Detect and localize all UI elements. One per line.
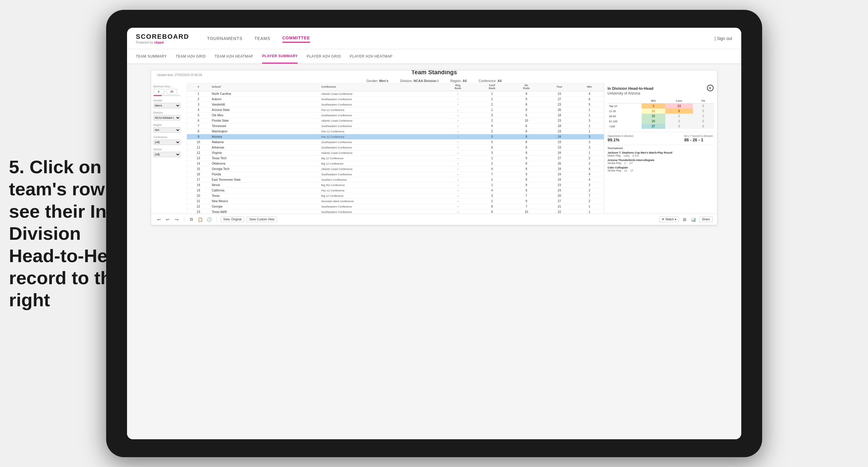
nav-teams[interactable]: TEAMS <box>254 35 270 42</box>
opponents-label: Opponents in division: <box>608 134 634 137</box>
h2h-cell-label: >100 <box>608 124 642 129</box>
h2h-col-tie: Tie <box>693 98 714 103</box>
table-row[interactable]: 2 Auburn Southeastern Conference - 1 9 2… <box>187 97 604 102</box>
table-row[interactable]: 10 Alabama Southeastern Conference - 5 8… <box>187 139 604 145</box>
view-original-button[interactable]: View: Original <box>221 217 245 222</box>
redo-button[interactable]: ↪ <box>174 216 180 223</box>
cell-school: Arizona <box>210 134 319 139</box>
table-row[interactable]: 1 North Carolina Atlantic Coast Conferen… <box>187 91 604 97</box>
cell-win: 4 <box>575 166 604 172</box>
sub-nav-team-h2h-heatmap[interactable]: TEAM H2H HEATMAP <box>215 49 253 64</box>
sub-nav-player-summary[interactable]: PLAYER SUMMARY <box>262 49 298 64</box>
left-sidebar-filters: Minimum Rou... - Gender Men's <box>151 83 187 214</box>
cell-conf-rank: 4 <box>475 166 509 172</box>
table-row[interactable]: 21 New Mexico Mountain West Conference -… <box>187 198 604 204</box>
table-row[interactable]: 11 Arkansas Southeastern Conference - 6 … <box>187 145 604 150</box>
undo2-button[interactable]: ↩ <box>164 216 171 223</box>
table-row[interactable]: 4 Arizona State Pac-12 Conference - 1 9 … <box>187 107 604 113</box>
h2h-cell-tie: 0 <box>693 108 714 114</box>
col-reg-rank: RegRank <box>441 83 475 91</box>
cell-reg-rank: - <box>441 113 475 118</box>
cell-conf-rank: 3 <box>475 150 509 156</box>
save-custom-button[interactable]: Save Custom View <box>247 217 277 222</box>
table-row[interactable]: 14 Oklahoma Big 12 Conference - 2 8 26 2 <box>187 161 604 166</box>
col-rank: # <box>187 83 210 91</box>
cell-conf-rank: 1 <box>475 107 509 113</box>
table-row[interactable]: 9 Arizona Pac-12 Conference - 3 8 24 3 <box>187 134 604 139</box>
logo-container: SCOREBOARD Powered by clippd <box>136 33 189 44</box>
nav-tournaments[interactable]: TOURNAMENTS <box>207 35 242 42</box>
cell-no-rnds: 9 <box>509 107 544 113</box>
tournament-item: Jackson T. Stephens Cup Men's Match-Play… <box>608 151 714 157</box>
table-row[interactable]: 15 Georgia Tech Atlantic Coast Conferenc… <box>187 166 604 172</box>
logo-subtitle: Powered by clippd <box>136 40 189 44</box>
opponents-value: 99.1% <box>608 137 634 142</box>
cell-conf-rank: 2 <box>475 161 509 166</box>
table-row[interactable]: 23 Texas A&M Southeastern Conference - 9… <box>187 209 604 214</box>
h2h-cell-tie: 0 <box>693 124 714 129</box>
min-rounds-input[interactable] <box>154 89 164 94</box>
app-header: SCOREBOARD Powered by clippd TOURNAMENTS… <box>127 28 741 49</box>
cell-tour: 27 <box>544 156 575 161</box>
chart-icon[interactable]: 📊 <box>690 216 697 223</box>
table-row[interactable]: 8 Washington Pac-12 Conference - 2 8 23 … <box>187 129 604 134</box>
sub-nav-player-h2h-grid[interactable]: PLAYER H2H GRID <box>307 49 341 64</box>
wlt-label: W-L-T record in-division: <box>684 134 714 137</box>
share-button[interactable]: Share <box>699 217 713 222</box>
table-row[interactable]: 6 Florida State Atlantic Coast Conferenc… <box>187 118 604 123</box>
division-select[interactable]: NCAA Division I <box>154 115 180 121</box>
division-filter-group: Division NCAA Division I <box>154 111 184 121</box>
cell-reg-rank: - <box>441 172 475 177</box>
cell-conf-rank: 2 <box>475 118 509 123</box>
undo-button[interactable]: ↩ <box>156 216 162 223</box>
col-tour: Tour <box>544 83 575 91</box>
cell-tour: 18 <box>544 123 575 129</box>
table-row[interactable]: 3 Vanderbilt Southeastern Conference - 2… <box>187 102 604 107</box>
region-select[interactable]: N/A <box>154 127 180 133</box>
cell-reg-rank: - <box>441 188 475 193</box>
conference-select[interactable]: (All) <box>154 139 180 145</box>
copy-button[interactable]: ⧉ <box>188 216 195 223</box>
table-row[interactable]: 17 East Tennessee State Southern Confere… <box>187 177 604 183</box>
cell-rank: 14 <box>187 161 210 166</box>
cell-school: Texas <box>210 193 319 198</box>
update-time: Update time: 27/03/2024 15:56:26 <box>157 73 202 76</box>
conference-filter: Conference: All <box>478 79 501 83</box>
clock-button[interactable]: 🕐 <box>206 216 213 223</box>
sub-nav-team-summary[interactable]: TEAM SUMMARY <box>136 49 167 64</box>
cell-conf-rank: 6 <box>475 145 509 150</box>
table-row[interactable]: 12 Virginia Atlantic Coast Conference - … <box>187 150 604 156</box>
paste-button[interactable]: 📋 <box>197 216 204 223</box>
sub-nav-player-h2h-heatmap[interactable]: PLAYER H2H HEATMAP <box>350 49 393 64</box>
cell-conference: Southeastern Conference <box>319 204 441 209</box>
watch-button[interactable]: 👁 Watch ▾ <box>659 217 679 222</box>
min-rounds-max-input[interactable] <box>167 89 177 94</box>
cell-win: 1 <box>575 113 604 118</box>
table-row[interactable]: 13 Texas Tech Big 12 Conference - 1 9 27… <box>187 156 604 161</box>
sub-nav-team-h2h-grid[interactable]: TEAM H2H GRID <box>176 49 206 64</box>
table-row[interactable]: 22 Georgia Southeastern Conference - 8 7… <box>187 204 604 209</box>
cell-tour: 24 <box>544 134 575 139</box>
table-row[interactable]: 20 Texas Big 12 Conference - 3 7 20 7 <box>187 193 604 198</box>
gender-select[interactable]: Men's <box>154 103 180 108</box>
table-row[interactable]: 19 California Pac-12 Conference - 4 8 24… <box>187 188 604 193</box>
gender-filter-group: Gender Men's <box>154 99 184 108</box>
sign-out-button[interactable]: | Sign out <box>715 36 732 41</box>
cell-rank: 22 <box>187 204 210 209</box>
cell-school: Georgia <box>210 204 319 209</box>
table-row[interactable]: 16 Florida Southeastern Conference - 7 9… <box>187 172 604 177</box>
school-select[interactable]: (All) <box>154 152 180 157</box>
h2h-close-button[interactable]: ✕ <box>707 85 714 91</box>
cell-win: 3 <box>575 183 604 188</box>
table-row[interactable]: 18 Illinois Big Ten Conference - 1 9 23 … <box>187 183 604 188</box>
table-row[interactable]: 7 Tennessee Southeastern Conference - 4 … <box>187 123 604 129</box>
cell-conf-rank: 8 <box>475 204 509 209</box>
grid-icon[interactable]: ⊞ <box>681 216 688 223</box>
cell-school: Texas Tech <box>210 156 319 161</box>
table-row[interactable]: 5 Ole Miss Southeastern Conference - 3 6… <box>187 113 604 118</box>
nav-committee[interactable]: COMMITTEE <box>282 34 310 43</box>
cell-reg-rank: - <box>441 183 475 188</box>
school-filter-group: School (All) <box>154 148 184 157</box>
cell-rank: 17 <box>187 177 210 183</box>
cell-tour: 23 <box>544 129 575 134</box>
